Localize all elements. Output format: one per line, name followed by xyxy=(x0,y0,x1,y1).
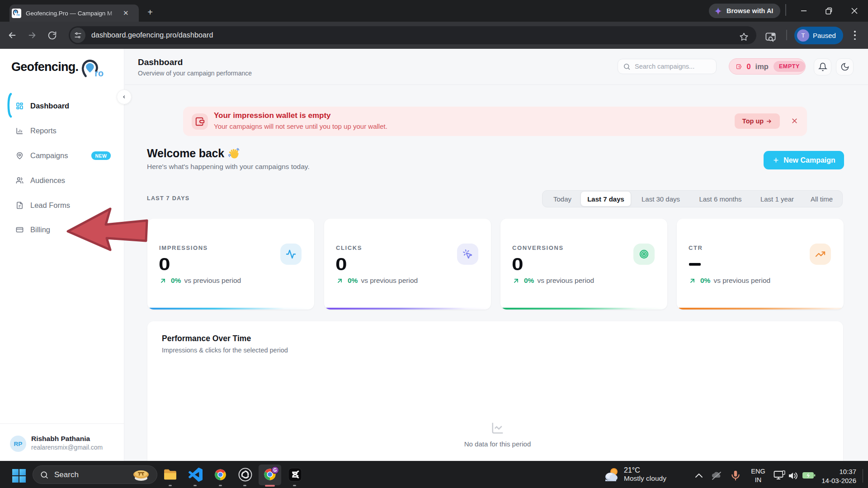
svg-text:G: G xyxy=(274,468,277,473)
svg-text:ro: ro xyxy=(94,68,104,78)
svg-text:ro: ro xyxy=(16,13,20,17)
